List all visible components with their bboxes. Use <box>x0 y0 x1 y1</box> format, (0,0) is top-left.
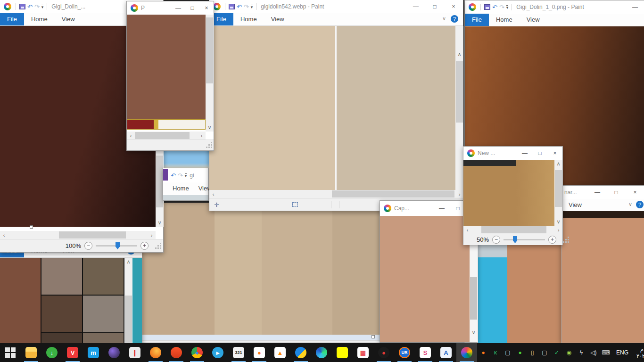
taskbar-avro-circle[interactable] <box>290 343 311 362</box>
scroll-left-icon[interactable]: ‹ <box>0 231 8 239</box>
kaspersky-tray-icon[interactable]: ĸ <box>489 343 502 362</box>
titlebar[interactable]: ↶ ↷ ▾ Gigi_Dolin_1_0.png - Paint — <box>465 0 644 14</box>
maximize-button[interactable]: □ <box>185 1 199 15</box>
scrollbar-thumb[interactable] <box>332 190 454 197</box>
resize-grip[interactable] <box>563 237 569 243</box>
display-tray-icon[interactable]: ▢ <box>502 343 514 362</box>
canvas-image-placeholder[interactable] <box>209 26 335 190</box>
zoom-out-button[interactable]: − <box>84 242 92 250</box>
resize-grip[interactable] <box>206 142 212 148</box>
horizontal-scrollbar[interactable]: ‹ › <box>209 190 463 198</box>
ocam-tray-icon[interactable]: ● <box>477 343 489 362</box>
scroll-down-icon[interactable]: ∨ <box>470 329 478 337</box>
zoom-in-button[interactable]: + <box>548 236 556 244</box>
tab-file[interactable]: File <box>465 14 489 26</box>
photo-image-placeholder[interactable] <box>215 203 262 335</box>
scroll-up-icon[interactable]: ∧ <box>455 50 463 58</box>
volume-tray-icon[interactable]: ◁) <box>587 343 600 362</box>
close-button[interactable]: × <box>626 186 644 199</box>
scrollbar-thumb[interactable] <box>59 231 126 239</box>
vertical-scrollbar[interactable]: ∧ ∨ <box>554 160 562 226</box>
canvas-image-placeholder[interactable] <box>337 26 455 190</box>
taskbar-paint[interactable] <box>456 343 477 362</box>
undo-icon[interactable]: ↶ <box>492 4 497 11</box>
undo-icon[interactable]: ↶ <box>27 3 33 10</box>
taskbar-ms-store[interactable]: ▦ <box>353 343 373 362</box>
maximize-button[interactable]: □ <box>607 186 626 199</box>
thumbnail-image-placeholder[interactable] <box>83 296 124 332</box>
tab-view[interactable]: View <box>55 13 82 25</box>
taskbar-s-app[interactable]: S <box>415 343 436 362</box>
horizontal-scrollbar[interactable]: ‹ › <box>0 231 156 239</box>
qat-dropdown-icon[interactable]: ▾ <box>251 5 253 9</box>
close-button[interactable]: × <box>547 147 562 160</box>
canvas-image-placeholder[interactable] <box>561 211 644 218</box>
taskbar-ocam-recorder[interactable]: ● <box>249 343 270 362</box>
tab-file[interactable]: File <box>0 13 24 25</box>
tab-view[interactable]: View <box>520 14 547 26</box>
taskbar-browser-swirl[interactable] <box>104 343 124 362</box>
tab-view[interactable]: View <box>264 13 291 25</box>
qat-dropdown-icon[interactable]: ▾ <box>185 173 187 178</box>
scroll-right-icon[interactable]: › <box>148 231 156 239</box>
photo-image-placeholder[interactable] <box>332 203 380 335</box>
minimize-button[interactable]: — <box>406 0 425 13</box>
photo-image-placeholder[interactable] <box>262 203 332 335</box>
qat-dropdown-icon[interactable]: ▾ <box>506 5 509 9</box>
save-icon[interactable] <box>484 4 490 10</box>
tab-home[interactable]: Home <box>163 182 194 195</box>
resize-grip[interactable] <box>156 243 161 249</box>
taskbar-edge[interactable] <box>311 343 332 362</box>
scroll-down-icon[interactable]: ∨ <box>554 218 562 226</box>
tab-home[interactable]: Home <box>233 13 264 25</box>
qat-dropdown-icon[interactable]: ▾ <box>41 5 44 9</box>
taskbar-mpc-hc-321[interactable]: 321 <box>228 343 249 362</box>
taskbar-ur-browser[interactable]: UR <box>394 343 415 362</box>
taskbar-idm[interactable]: ↓ <box>41 343 62 362</box>
canvas-resize-handle[interactable] <box>372 335 375 338</box>
redo-icon[interactable]: ↷ <box>178 172 183 179</box>
minimize-button[interactable]: — <box>626 0 644 14</box>
scroll-left-icon[interactable]: ‹ <box>463 226 471 234</box>
undo-icon[interactable]: ↶ <box>171 172 176 179</box>
horizontal-scrollbar[interactable]: ‹ › <box>463 226 562 234</box>
taskbar-start-button[interactable] <box>0 343 21 362</box>
keyboard-tray-icon[interactable]: ⌨ <box>600 343 612 362</box>
canvas-image-placeholder[interactable] <box>463 160 554 226</box>
chevron-down-icon[interactable]: ∨ <box>442 16 446 22</box>
redo-icon[interactable]: ↷ <box>499 4 504 11</box>
titlebar[interactable]: nar... — □ × <box>561 186 644 199</box>
taskbar-snapchat[interactable] <box>332 343 353 362</box>
taskbar-brave[interactable] <box>166 343 187 362</box>
taskbar-telegram[interactable]: ▸ <box>207 343 228 362</box>
zoom-out-button[interactable]: − <box>492 236 500 244</box>
maximize-button[interactable]: □ <box>532 147 547 160</box>
scroll-up-icon[interactable]: ∧ <box>124 258 132 266</box>
vertical-scrollbar[interactable]: ∧ <box>455 26 463 190</box>
thumbnail-image-placeholder[interactable] <box>41 258 82 295</box>
language-indicator[interactable]: ENG <box>612 349 633 356</box>
canvas-resize-handle[interactable] <box>30 225 33 229</box>
taskbar-clock[interactable]: 07:13 م ٢٠٢٤/٠٦/١٤ <box>633 346 644 359</box>
close-button[interactable]: × <box>444 0 463 13</box>
scroll-down-icon[interactable]: ∨ <box>206 123 214 132</box>
maximize-button[interactable]: □ <box>425 0 444 13</box>
scroll-right-icon[interactable]: › <box>554 226 562 234</box>
tab-home[interactable]: Home <box>24 13 55 25</box>
taskbar-vivaldi[interactable]: V <box>62 343 83 362</box>
canvas-image-placeholder[interactable] <box>127 15 206 119</box>
pen-tray-icon[interactable]: ▯ <box>526 343 538 362</box>
monitor-tray-icon[interactable]: ▢ <box>538 343 551 362</box>
taskbar-temp-monitor[interactable]: ❙ <box>124 343 145 362</box>
green-dot-tray-icon[interactable]: ● <box>514 343 526 362</box>
scrollbar-thumb[interactable] <box>470 277 477 320</box>
thumbnail-image-placeholder[interactable] <box>83 258 124 295</box>
minimize-button[interactable]: — <box>171 1 185 15</box>
idm-tray-icon[interactable]: ◉ <box>563 343 575 362</box>
scrollbar-thumb[interactable] <box>206 17 213 83</box>
taskbar-firefox[interactable] <box>145 343 166 362</box>
redo-icon[interactable]: ↷ <box>244 3 249 10</box>
tab-view[interactable]: View <box>561 199 589 211</box>
help-icon[interactable]: ? <box>451 15 458 23</box>
titlebar[interactable]: New ... — □ × <box>463 147 562 160</box>
